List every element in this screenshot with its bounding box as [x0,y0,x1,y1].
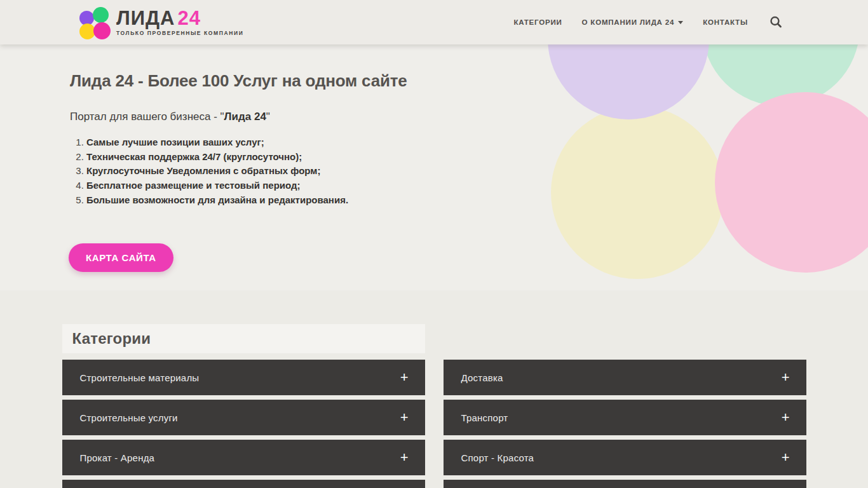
category-row-transport[interactable]: Транспорт + [444,400,806,435]
hero-subtitle-prefix: Портал для вашего бизнеса - " [70,111,224,123]
expand-plus-icon[interactable]: + [400,410,409,424]
site-header: ЛИДА24 ТОЛЬКО ПРОВЕРЕННЫЕ КОМПАНИИ КАТЕГ… [0,0,868,44]
nav-item-about-label: О КОМПАНИИ ЛИДА 24 [582,18,675,26]
logo-name: ЛИДА [116,7,175,29]
hero-subtitle-suffix: " [266,111,270,123]
expand-plus-icon[interactable]: + [782,451,790,464]
feature-item: Самые лучшие позиции ваших услуг; [86,135,806,150]
categories-column-left: Строительные материалы + Строительные ус… [62,360,425,488]
page-title: Лида 24 - Более 100 Услуг на одном сайте [70,71,806,91]
feature-item: Круглосуточные Уведомления с обратных фо… [86,164,806,179]
category-row-delivery[interactable]: Доставка + [444,360,806,395]
nav-item-about[interactable]: О КОМПАНИИ ЛИДА 24 [582,18,684,26]
expand-plus-icon[interactable]: + [400,370,409,384]
category-label: Спорт - Красота [461,452,534,463]
hero-section: Лида 24 - Более 100 Услуг на одном сайте… [0,44,868,290]
feature-item: Техническая поддержка 24/7 (круглосуточн… [86,150,806,165]
hero-subtitle: Портал для вашего бизнеса - "Лида 24" [70,111,806,123]
site-logo[interactable]: ЛИДА24 ТОЛЬКО ПРОВЕРЕННЫЕ КОМПАНИИ [79,6,243,39]
nav-item-contacts[interactable]: КОНТАКТЫ [703,18,748,26]
logo-dot-pink [93,22,111,39]
search-button[interactable] [768,14,784,30]
categories-section: Категории Строительные материалы + Строи… [0,290,868,488]
expand-plus-icon[interactable]: + [400,451,409,464]
header-container: ЛИДА24 ТОЛЬКО ПРОВЕРЕННЫЕ КОМПАНИИ КАТЕГ… [62,0,806,44]
logo-dots-icon [79,6,111,39]
logo-wordmark: ЛИДА24 [116,8,243,28]
feature-item: Большие возможности для дизайна и редакт… [86,193,806,208]
categories-heading: Категории [72,330,151,348]
categories-column-right: Доставка + Транспорт + Спорт - Красота +… [444,360,806,488]
categories-grid: Строительные материалы + Строительные ус… [62,360,806,488]
search-icon [769,15,783,29]
feature-list: Самые лучшие позиции ваших услуг; Технич… [70,135,806,208]
main-nav: КАТЕГОРИИ О КОМПАНИИ ЛИДА 24 КОНТАКТЫ [513,14,784,30]
category-row-building-services[interactable]: Строительные услуги + [62,400,425,435]
logo-text: ЛИДА24 ТОЛЬКО ПРОВЕРЕННЫЕ КОМПАНИИ [116,8,243,36]
expand-plus-icon[interactable]: + [782,370,790,384]
hero-subtitle-brand: Лида 24 [224,111,266,123]
category-row-rent[interactable]: Прокат - Аренда + [62,440,425,475]
sitemap-button[interactable]: КАРТА САЙТА [69,243,173,272]
category-label: Строительные услуги [80,412,178,423]
logo-tagline: ТОЛЬКО ПРОВЕРЕННЫЕ КОМПАНИИ [116,30,243,36]
chevron-down-icon [678,21,683,24]
hero-content: Лида 24 - Более 100 Услуг на одном сайте… [62,44,806,272]
categories-container: Категории Строительные материалы + Строи… [62,324,806,488]
category-row-partial[interactable]: + [444,480,806,488]
nav-item-categories[interactable]: КАТЕГОРИИ [513,18,562,26]
category-row-sport-beauty[interactable]: Спорт - Красота + [444,440,806,475]
categories-heading-box: Категории [62,324,425,353]
category-row-building-materials[interactable]: Строительные материалы + [62,360,425,395]
category-label: Прокат - Аренда [80,452,155,463]
logo-name-accent: 24 [178,7,201,29]
feature-item: Бесплатное размещение и тестовый период; [86,179,806,193]
category-label: Строительные материалы [80,372,200,383]
category-label: Транспорт [461,412,508,423]
logo-dot-green [93,7,109,23]
expand-plus-icon[interactable]: + [782,410,790,424]
category-row-partial[interactable]: + [62,480,425,488]
category-label: Доставка [461,372,503,383]
